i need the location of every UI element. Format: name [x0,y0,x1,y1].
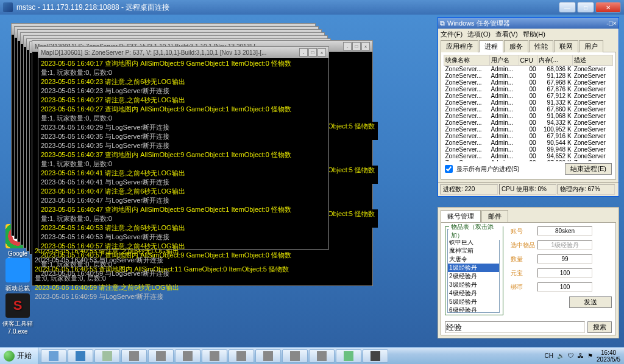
list-item[interactable]: 5级经验丹 [448,298,499,306]
taskmgr-tab[interactable]: 进程 [479,40,503,52]
taskbar-button[interactable] [255,349,281,363]
column-header[interactable]: CPU [519,55,537,66]
taskbar-button[interactable] [363,349,388,363]
taskbar-button[interactable] [148,349,174,363]
taskbar-button[interactable] [175,349,200,363]
process-row[interactable]: ZoneServer...Admin...0067,876 KZoneServe… [444,86,613,93]
taskbar-button[interactable] [121,349,147,363]
search-button[interactable]: 搜索 [587,321,612,333]
search-input[interactable] [445,321,585,333]
list-item[interactable]: 1级经验丹 [448,264,499,272]
maximize-icon[interactable]: □ [352,42,361,51]
console-titlebar[interactable]: MapID[130601] S: ZoneServer P: 637, V: [… [38,47,328,58]
taskbar-button[interactable] [41,349,66,363]
taskmgr-tab[interactable]: 服务 [504,40,528,52]
taskbar-button-icon [102,351,112,361]
taskbar-button[interactable] [336,349,361,363]
show-all-users-checkbox[interactable] [445,165,453,173]
taskbar-button[interactable] [202,349,227,363]
process-row[interactable]: ZoneServer...Admin...0099,948 KZoneServe… [444,146,613,153]
list-item[interactable]: 2级经验丹 [448,272,499,281]
tray-audio-icon[interactable]: 🔉 [557,352,564,359]
column-header[interactable]: 内存(... [537,55,573,66]
yuanbao-input[interactable] [537,268,592,278]
list-item[interactable]: 6级经验丹 [448,306,499,313]
process-row[interactable]: ZoneServer...Admin...0091,332 KZoneServe… [444,99,613,106]
system-tray[interactable]: CH 🔉 🛡 🖧 ⚑ 16:40 2023/5/5 [541,349,624,363]
menu-item[interactable]: 帮助(H) [523,30,545,38]
taskmgr-tab[interactable]: 应用程序 [441,40,478,52]
list-item[interactable]: 4级经验丹 [448,289,499,298]
list-item[interactable]: 大唐令 [448,255,499,264]
close-icon[interactable]: × [361,42,370,51]
account-input[interactable] [537,226,592,236]
process-row[interactable]: ZoneServer...Admin...0094,652 KZoneServe… [444,153,613,159]
process-row[interactable]: ZoneServer...Admin...0067,916 KZoneServe… [444,133,613,139]
end-process-button[interactable]: 结束进程(E) [565,163,612,175]
taskbar-button[interactable] [282,349,308,363]
maximize-button[interactable]: □ [577,2,594,13]
taskmgr-tab[interactable]: 联网 [554,40,578,52]
taskmgr-menubar[interactable]: 文件(F)选项(O)查看(V)帮助(H) [438,29,619,40]
column-header[interactable]: 描述 [573,55,613,66]
process-row[interactable]: ZoneServer...Admin...0067,912 KZoneServe… [444,93,613,99]
close-icon[interactable]: × [613,19,617,27]
menu-item[interactable]: 查看(V) [495,30,518,38]
tray-safe-icon[interactable]: 🛡 [568,352,574,359]
taskbar-button[interactable] [68,349,93,363]
taskbar-button[interactable] [229,349,254,363]
menu-item[interactable]: 文件(F) [441,30,463,38]
process-row[interactable]: ZoneServer...Admin...0091,068 KZoneServe… [444,113,613,119]
tray-flag-icon[interactable]: ⚑ [587,352,593,359]
tab-account-mgmt[interactable]: 账号管理 [441,210,481,222]
tray-clock[interactable]: 16:40 2023/5/5 [597,349,620,363]
process-row[interactable]: ZoneServer...Admin...0094,332 KZoneServe… [444,119,613,126]
desktop-icon-label: 驱动总裁 [1,284,34,293]
process-row[interactable]: ZoneServer...Admin...0090,544 KZoneServe… [444,139,613,146]
taskmgr-titlebar[interactable]: ⧉ Windows 任务管理器 - □ × [438,18,619,29]
send-button[interactable]: 发送 [569,296,612,308]
account-panel[interactable]: 账号管理 邮件 物品表（双击添加） 机甲熊铁甲巨人魔神宝箱大唐令1级经验丹2级经… [438,207,619,338]
task-manager-window[interactable]: ⧉ Windows 任务管理器 - □ × 文件(F)选项(O)查看(V)帮助(… [438,17,619,197]
taskmgr-process-pane: 映像名称用户名CPU内存(...描述ZoneServer...Admin...0… [441,52,616,180]
console-peek-a: Object:5 怪物数 [328,122,378,140]
process-row[interactable]: ZoneServer...Admin...0067,968 KZoneServe… [444,79,613,86]
start-button[interactable]: 开始 [0,348,38,364]
yuanbao-label: 元宝 [511,269,537,278]
acct-fields: 账号 选中物品 数量 元宝 绑币 发送 [511,226,612,313]
minimize-icon[interactable]: - [299,48,308,57]
taskmgr-tab[interactable]: 性能 [529,40,553,52]
tray-ime[interactable]: CH [545,352,553,359]
tab-mail[interactable]: 邮件 [481,210,508,222]
column-header[interactable]: 用户名 [489,55,519,66]
taskmgr-tab[interactable]: 用户 [579,40,603,52]
taskbar-button-icon [129,351,139,361]
process-row[interactable]: ZoneServer...Admin...0067,860 KZoneServe… [444,106,613,113]
maximize-icon[interactable]: □ [609,19,613,27]
taskbar-button[interactable] [94,349,120,363]
menu-item[interactable]: 选项(O) [467,30,491,38]
desktop-icon-toolkit[interactable]: S 侠客工具箱7.0.exe [1,293,34,335]
selected-item-input[interactable] [537,240,592,250]
taskbar-button[interactable] [309,349,335,363]
tray-network-icon[interactable]: 🖧 [578,352,584,359]
minimize-icon[interactable]: - [343,42,352,51]
console-window-front[interactable]: MapID[130601] S: ZoneServer P: 637, V: [… [38,46,329,250]
list-item[interactable]: 3级经验丹 [448,281,499,289]
process-row[interactable]: ZoneServer...Admin...00100,952 KZoneServ… [444,126,613,133]
desktop-icon-driver[interactable]: 驱动总裁 [1,258,34,293]
maximize-icon[interactable]: □ [308,48,317,57]
minimize-button[interactable]: — [559,2,576,13]
rdp-title: mstsc - 111.173.119.218:10888 - 远程桌面连接 [16,2,169,13]
process-row[interactable]: ZoneServer...Admin...0068,036 KZoneServe… [444,66,613,73]
list-item[interactable]: 魔神宝箱 [448,247,499,255]
bindcoin-input[interactable] [537,282,592,292]
close-icon[interactable]: × [317,48,326,57]
account-label: 账号 [511,227,537,236]
column-header[interactable]: 映像名称 [444,55,490,66]
quantity-input[interactable] [537,254,592,264]
close-button[interactable]: ✕ [595,2,621,13]
item-listbox[interactable]: 机甲熊铁甲巨人魔神宝箱大唐令1级经验丹2级经验丹3级经验丹4级经验丹5级经验丹6… [447,229,500,313]
process-table[interactable]: 映像名称用户名CPU内存(...描述ZoneServer...Admin...0… [444,55,613,161]
process-row[interactable]: ZoneServer...Admin...0091,128 KZoneServe… [444,72,613,79]
